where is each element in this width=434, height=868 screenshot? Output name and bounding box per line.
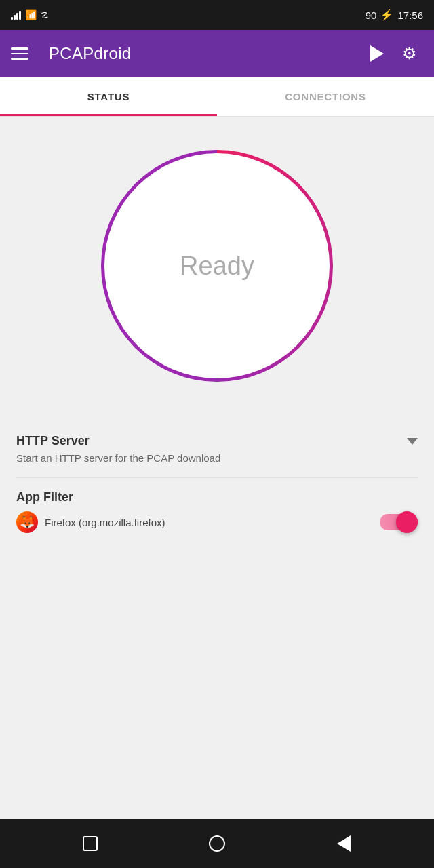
home-icon: [209, 835, 225, 852]
ready-text: Ready: [180, 252, 254, 281]
status-bar-right: 90 ⚡ 17:56: [366, 9, 423, 21]
http-server-title: HTTP Server: [16, 434, 90, 448]
menu-button[interactable]: [11, 40, 38, 67]
app-name-text: Firefox (org.mozilla.firefox): [45, 517, 165, 528]
tab-status[interactable]: STATUS: [0, 77, 217, 116]
ready-circle: Ready: [102, 151, 332, 381]
clock: 17:56: [397, 9, 423, 21]
status-bar: 📶 ☡ 90 ⚡ 17:56: [0, 0, 434, 30]
usb-icon: ☡: [41, 10, 49, 20]
play-icon: [370, 45, 384, 62]
tab-bar: STATUS CONNECTIONS: [0, 77, 434, 117]
status-bar-left: 📶 ☡: [11, 9, 49, 20]
play-button[interactable]: [363, 40, 391, 67]
circle-container: Ready: [0, 117, 434, 422]
recents-icon: [83, 836, 98, 851]
app-filter-title: App Filter: [16, 490, 73, 505]
http-server-item: HTTP Server Start an HTTP server for the…: [16, 422, 418, 478]
tab-connections[interactable]: CONNECTIONS: [217, 77, 434, 116]
http-server-desc: Start an HTTP server for the PCAP downlo…: [16, 451, 418, 465]
toggle-thumb: [396, 511, 418, 533]
firefox-icon: 🦊: [16, 511, 38, 533]
bottom-nav: [0, 819, 434, 868]
app-filter-row: 🦊 Firefox (org.mozilla.firefox): [16, 511, 418, 533]
wifi-icon: 📶: [25, 9, 37, 20]
app-filter-toggle[interactable]: [380, 511, 418, 533]
nav-back-button[interactable]: [327, 827, 361, 861]
settings-section: HTTP Server Start an HTTP server for the…: [0, 422, 434, 545]
app-title: PCAPdroid: [49, 44, 363, 63]
battery-level: 90: [366, 9, 377, 21]
battery-icon: ⚡: [380, 9, 393, 21]
back-icon: [337, 835, 351, 852]
app-filter-app: 🦊 Firefox (org.mozilla.firefox): [16, 511, 165, 533]
app-filter-header: App Filter: [16, 490, 418, 505]
app-filter-item: App Filter 🦊 Firefox (org.mozilla.firefo…: [16, 478, 418, 545]
main-content: Ready HTTP Server Start an HTTP server f…: [0, 117, 434, 819]
gear-icon: ⚙: [402, 44, 417, 63]
nav-recents-button[interactable]: [73, 827, 107, 861]
settings-button[interactable]: ⚙: [396, 40, 423, 67]
nav-home-button[interactable]: [200, 827, 234, 861]
app-bar: PCAPdroid ⚙: [0, 30, 434, 77]
http-server-header: HTTP Server: [16, 434, 418, 448]
signal-icon: [11, 10, 21, 20]
http-server-dropdown[interactable]: [407, 438, 418, 445]
